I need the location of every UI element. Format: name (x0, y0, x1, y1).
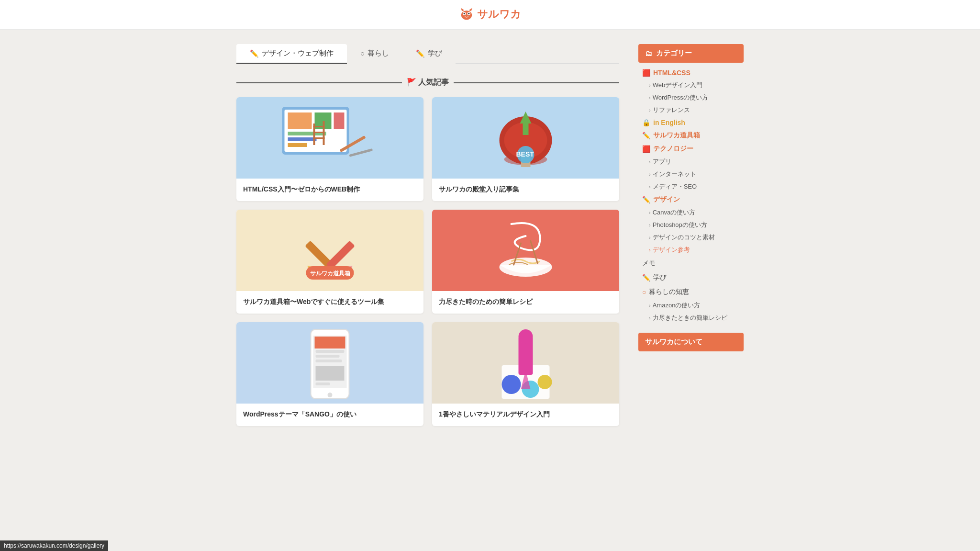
svg-rect-21 (349, 148, 373, 157)
svg-point-56 (502, 375, 521, 394)
svg-rect-28 (523, 123, 529, 135)
svg-rect-18 (313, 132, 325, 133)
app-label: アプリ (653, 157, 671, 166)
tech-label: テクノロジー (653, 145, 693, 153)
logo-text: サルワカ (477, 7, 521, 22)
svg-point-51 (328, 393, 333, 397)
canva-label: Canvaの使い方 (653, 208, 696, 217)
sidebar-sub-design-tips[interactable]: › デザインのコツと素材 (638, 231, 744, 244)
manabi-icon: ✏️ (642, 274, 650, 281)
sidebar-about-section: サルワカについて (638, 333, 744, 351)
category-heading-icon: 🗂 (645, 49, 652, 57)
article-card-html-css[interactable]: HTML/CSS入門〜ゼロからのWEB制作 (236, 97, 423, 201)
svg-text:サルワカ道具箱: サルワカ道具箱 (310, 270, 350, 277)
sidebar-sub-app[interactable]: › アプリ (638, 156, 744, 168)
chevron-icon: › (649, 171, 651, 177)
webdesign-label: Webデザイン入門 (653, 81, 703, 90)
svg-rect-19 (313, 137, 325, 139)
chevron-icon: › (649, 222, 651, 228)
sidebar-item-kurashi[interactable]: ○ 暮らしの知恵 (638, 285, 744, 299)
sidebar-item-memo[interactable]: メモ (638, 256, 744, 270)
article-thumb-recipe (432, 210, 619, 291)
english-label: in English (653, 119, 685, 126)
sidebar-sub-reference[interactable]: › リファレンス (638, 104, 744, 116)
article-card-wordpress[interactable]: WordPressテーマ「SANGO」の使い (236, 322, 423, 426)
chevron-icon: › (649, 210, 651, 215)
sidebar-sub-recipe2[interactable]: › 力尽きたときの簡単レシピ (638, 312, 744, 324)
article-grid: HTML/CSS入門〜ゼロからのWEB制作 (236, 97, 619, 426)
article-title-best: サルワカの殿堂入り記事集 (432, 179, 619, 201)
svg-marker-5 (461, 8, 464, 11)
chevron-icon: › (649, 95, 651, 101)
svg-point-0 (461, 11, 472, 20)
article-card-material[interactable]: 1番やさしいマテリアルデザイン入門 (432, 322, 619, 426)
sidebar-item-manabi[interactable]: ✏️ 学び (638, 270, 744, 285)
sidebar-item-design[interactable]: ✏️ デザイン (638, 193, 744, 206)
tab-kurashi-icon: ○ (360, 49, 365, 57)
article-card-best[interactable]: BEST サルワカの殿堂入り記事集 (432, 97, 619, 201)
sidebar-item-tech[interactable]: 🟥 テクノロジー (638, 142, 744, 156)
tab-kurashi[interactable]: ○ 暮らし (347, 44, 402, 64)
category-heading-label: カテゴリー (656, 49, 692, 58)
sidebar-item-html[interactable]: 🟥 HTML&CSS (638, 67, 744, 79)
internet-label: インターネット (653, 170, 696, 179)
svg-point-58 (538, 375, 552, 389)
sidebar-sub-design-ref[interactable]: › デザイン参考 (638, 244, 744, 256)
svg-marker-6 (469, 8, 472, 11)
sidebar-sub-photoshop[interactable]: › Photoshopの使い方 (638, 219, 744, 231)
design-label: デザイン (653, 195, 680, 204)
article-thumb-wordpress (236, 322, 423, 404)
sidebar-sub-wordpress[interactable]: › WordPressの使い方 (638, 91, 744, 104)
site-logo[interactable]: サルワカ (459, 7, 521, 22)
svg-rect-9 (288, 112, 312, 129)
sidebar-category-section: 🗂 カテゴリー 🟥 HTML&CSS › Webデザイン入門 › WordPre… (638, 44, 744, 324)
sidebar-item-english[interactable]: 🔒 in English (638, 116, 744, 129)
wordpress-label: WordPressの使い方 (653, 93, 708, 102)
svg-rect-47 (316, 355, 340, 358)
tech-icon: 🟥 (642, 145, 650, 153)
amazon-label: Amazonの使い方 (653, 301, 701, 310)
sidebar-sub-amazon[interactable]: › Amazonの使い方 (638, 299, 744, 312)
design-ref-label: デザイン参考 (653, 246, 690, 254)
article-title-material: 1番やさしいマテリアルデザイン入門 (432, 404, 619, 426)
sidebar-item-toolbox[interactable]: ✏️ サルワカ道具箱 (638, 129, 744, 142)
svg-point-55 (519, 329, 533, 344)
sidebar-sub-media[interactable]: › メディア・SEO (638, 180, 744, 193)
site-header: サルワカ (0, 0, 980, 30)
tab-design[interactable]: ✏️ デザイン・ウェブ制作 (236, 44, 347, 64)
article-title-wordpress: WordPressテーマ「SANGO」の使い (236, 404, 423, 426)
svg-rect-50 (316, 382, 330, 385)
sidebar-about-heading[interactable]: サルワカについて (638, 333, 744, 351)
article-card-toolbox[interactable]: サルワカ道具箱 サルワカ道具箱〜Webですぐに使えるツール集 (236, 210, 423, 314)
sidebar-sub-webdesign[interactable]: › Webデザイン入門 (638, 79, 744, 91)
popular-section-title: 🚩 人気記事 (236, 78, 619, 88)
tab-manabi-icon: ✏️ (416, 49, 425, 58)
article-title-html-css: HTML/CSS入門〜ゼロからのWEB制作 (236, 179, 423, 201)
tab-design-icon: ✏️ (250, 49, 259, 58)
kurashi-icon: ○ (642, 288, 646, 296)
html-icon: 🟥 (642, 69, 650, 77)
recipe2-label: 力尽きたときの簡単レシピ (653, 314, 727, 322)
toolbox-icon: ✏️ (642, 132, 650, 139)
svg-rect-46 (316, 350, 345, 353)
chevron-icon: › (649, 82, 651, 88)
english-icon: 🔒 (642, 119, 650, 126)
sidebar-sub-canva[interactable]: › Canvaの使い方 (638, 206, 744, 219)
chevron-icon: › (649, 159, 651, 165)
html-label: HTML&CSS (653, 69, 690, 77)
chevron-icon: › (649, 184, 651, 190)
popular-title-text: 🚩 人気記事 (407, 78, 449, 88)
toolbox-label: サルワカ道具箱 (653, 131, 700, 140)
article-thumb-html-css (236, 97, 423, 179)
tab-design-label: デザイン・ウェブ制作 (262, 49, 334, 58)
sidebar: 🗂 カテゴリー 🟥 HTML&CSS › Webデザイン入門 › WordPre… (638, 44, 744, 426)
sidebar-sub-internet[interactable]: › インターネット (638, 168, 744, 180)
tabs-nav: ✏️ デザイン・ウェブ制作 ○ 暮らし ✏️ 学び (236, 44, 619, 64)
kurashi-label: 暮らしの知恵 (649, 288, 689, 296)
chevron-icon: › (649, 247, 651, 253)
tab-kurashi-label: 暮らし (368, 49, 389, 58)
reference-label: リファレンス (653, 106, 690, 114)
article-card-recipe[interactable]: 力尽きた時のための簡単レシピ (432, 210, 619, 314)
tab-manabi[interactable]: ✏️ 学び (402, 44, 456, 64)
sidebar-category-heading: 🗂 カテゴリー (638, 44, 744, 63)
